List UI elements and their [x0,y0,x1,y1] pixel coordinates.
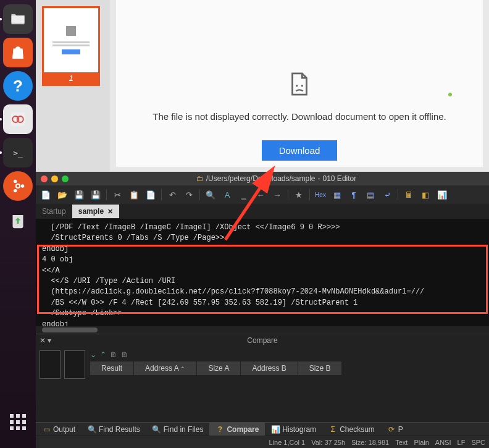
dock-ubuntu[interactable] [3,171,33,201]
save-button[interactable]: 💾 [72,187,86,202]
close-panel-icon[interactable]: ✕ ▾ [40,336,51,345]
pdf-page-view: The file is not displayed correctly. Dow… [116,0,483,167]
back-button[interactable]: ← [253,187,268,202]
svg-point-8 [301,85,303,87]
close-tab-icon[interactable]: ✕ [107,208,113,216]
search-files-icon: 🔍 [153,425,161,434]
thumb-error-icon [66,26,76,36]
page-b-icon[interactable]: 🗎 [121,350,128,359]
annotation-dot [448,93,452,96]
chevron-down-icon[interactable]: ⌄ [90,350,96,359]
horizontal-scrollbar[interactable] [36,326,489,334]
svg-point-7 [296,85,298,87]
status-lineend[interactable]: LF [458,439,466,446]
svg-point-5 [14,180,17,183]
bottom-tab-find-in-files[interactable]: 🔍Find in Files [146,423,210,436]
dock-document-viewer[interactable] [3,104,33,134]
dock-show-applications[interactable] [3,407,33,437]
code-text: [/PDF /Text /ImageB /ImageC /ImageI] /XO… [36,219,489,326]
compare-table-header: Result Address A ⌃ Size A Address B Size… [90,361,342,375]
status-charset[interactable]: ANSI [435,439,451,446]
copy-button[interactable]: 📋 [127,187,141,202]
new-file-button[interactable]: 📄 [38,187,53,202]
svg-point-6 [14,189,17,192]
bottom-tab-compare[interactable]: ?Compare [209,423,265,436]
terminal-icon: >_ [13,148,23,158]
calculator-button[interactable]: 🖩 [401,187,416,202]
close-window-button[interactable] [41,175,48,182]
ruler-button[interactable]: ▤ [363,187,378,202]
files-icon [9,11,27,28]
bookmark-button[interactable]: ★ [291,187,306,202]
status-encoding[interactable]: Plain [414,439,428,446]
pdf-error-message: The file is not displayed correctly. Dow… [153,111,446,122]
whitespace-button[interactable]: ¶ [346,187,361,202]
compare-panel-title: Compare [247,336,277,345]
chevron-up-icon[interactable]: ⌃ [100,350,106,359]
editor-content[interactable]: [/PDF /Text /ImageB /ImageC /ImageI] /XO… [36,219,489,326]
col-result[interactable]: Result [90,361,134,375]
pdf-thumbnail-panel: 1 [36,0,110,173]
dock-trash[interactable] [3,205,33,234]
download-button[interactable]: Download [262,140,338,161]
bottom-tab-find-results[interactable]: 🔍Find Results [82,423,146,436]
editor-titlebar: 🗀 /Users/peterg/Downloads/sample - 010 E… [36,172,489,185]
apps-grid-icon [10,414,26,430]
bottom-tab-checksum[interactable]: ΣChecksum [322,423,381,436]
histogram-tool-button[interactable]: 📊 [435,187,449,202]
svg-point-3 [16,184,20,188]
thumbnail-page-number: 1 [44,72,98,84]
dock: ? >_ [0,0,36,448]
compare-tool-button[interactable]: ◧ [418,187,433,202]
goto-button[interactable]: ⎯ [236,187,251,202]
editor-toolbar: 📄 📂 💾 💾 ✂ 📋 📄 ↶ ↷ 🔍 A ⎯ ← → ★ Hex ▦ ¶ ▤ … [36,185,489,204]
bottom-tab-more[interactable]: ⟳P [381,423,409,436]
status-position: Line 1,Col 1 [269,439,305,446]
redo-button[interactable]: ↷ [182,187,196,202]
trash-icon [7,209,28,230]
status-extra[interactable]: SPC [471,439,485,446]
status-mode[interactable]: Text [395,439,408,446]
columns-button[interactable]: ▦ [330,187,345,202]
broken-file-icon [288,72,311,96]
paste-button[interactable]: 📄 [143,187,158,202]
ubuntu-icon [10,178,26,194]
dock-help[interactable]: ? [3,71,33,101]
histogram-icon: 📊 [271,425,280,434]
checksum-icon: Σ [328,425,337,434]
find-button[interactable]: 🔍 [203,187,218,202]
find-text-button[interactable]: A [220,187,235,202]
forward-button[interactable]: → [270,187,285,202]
col-size-a[interactable]: Size A [197,361,241,375]
compare-thumb-a[interactable] [40,350,61,379]
editor-title: 🗀 /Users/peterg/Downloads/sample - 010 E… [69,174,484,183]
pdf-thumbnail[interactable]: 1 [42,6,100,86]
wrap-button[interactable]: ⤶ [380,187,395,202]
pdf-viewer: 1 The file is not displayed correctly. D… [36,0,489,173]
dock-files[interactable] [3,4,33,34]
output-icon: ▭ [42,425,51,434]
status-value: Val: 37 25h [311,439,345,446]
svg-point-4 [21,184,24,187]
compare-thumb-b[interactable] [64,350,85,379]
undo-button[interactable]: ↶ [165,187,180,202]
tab-sample[interactable]: sample ✕ [72,205,119,218]
status-size: Size: 18,981 [351,439,389,446]
process-icon: ⟳ [387,425,396,434]
bottom-tab-histogram[interactable]: 📊Histogram [265,423,322,436]
dock-terminal[interactable]: >_ [3,138,33,167]
col-address-b[interactable]: Address B [241,361,298,375]
save-all-button[interactable]: 💾 [88,187,103,202]
col-size-b[interactable]: Size B [298,361,343,375]
tab-startup[interactable]: Startup [36,205,72,218]
page-a-icon[interactable]: 🗎 [110,350,117,359]
minimize-window-button[interactable] [51,175,58,182]
cut-button[interactable]: ✂ [110,187,125,202]
open-file-button[interactable]: 📂 [55,187,70,202]
col-address-a[interactable]: Address A ⌃ [134,361,197,375]
maximize-window-button[interactable] [62,175,69,182]
bottom-tab-output[interactable]: ▭Output [36,423,82,436]
hex-view-button[interactable]: Hex [313,187,328,202]
dock-software-center[interactable] [3,38,33,67]
status-bar: Line 1,Col 1 Val: 37 25h Size: 18,981 Te… [36,436,489,448]
